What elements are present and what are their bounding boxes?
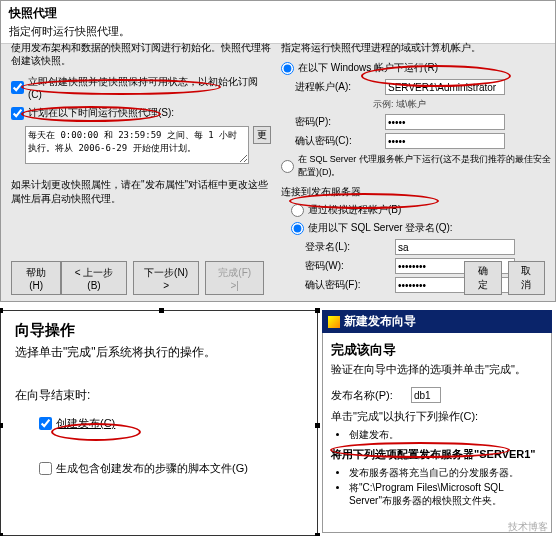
create-pub-checkbox[interactable] <box>39 417 52 430</box>
windows-account-radio[interactable] <box>281 62 294 75</box>
action-item-1: 创建发布。 <box>349 428 543 441</box>
create-pub-label: 创建发布(C) <box>56 416 115 431</box>
process-account-input[interactable] <box>385 79 505 95</box>
sqllogin-label: 使用以下 SQL Server 登录名(Q): <box>308 221 453 235</box>
login-label: 登录名(L): <box>305 240 395 254</box>
finish-button: 完成(F) >| <box>205 261 264 295</box>
password-input[interactable] <box>385 114 505 130</box>
actions-label: 单击"完成"以执行下列操作(C): <box>331 409 543 424</box>
login-input[interactable] <box>395 239 515 255</box>
account-hint: 示例: 域\帐户 <box>373 98 426 111</box>
dialog-subtitle: 指定何时运行快照代理。 <box>9 24 547 39</box>
next-button[interactable]: 下一步(N) > <box>133 261 199 295</box>
wizard-icon <box>328 316 340 328</box>
complete-title: 完成该向导 <box>331 341 543 359</box>
impersonate-radio[interactable] <box>291 204 304 217</box>
sqllogin-radio[interactable] <box>291 222 304 235</box>
schedule-textarea[interactable]: 每天在 0:00:00 和 23:59:59 之间、每 1 小时 执行。将从 2… <box>25 126 249 164</box>
gen-script-label: 生成包含创建发布的步骤的脚本文件(G) <box>56 461 248 476</box>
change-button[interactable]: 更 <box>253 126 271 144</box>
note-text: 如果计划更改快照属性，请在"发布属性"对话框中更改这些属性后再启动快照代理。 <box>11 178 271 206</box>
create-snapshot-label: 立即创建快照并使快照保持可用状态，以初始化订阅(C) <box>28 75 271 100</box>
ok-button[interactable]: 确定 <box>464 261 501 295</box>
wizard-end-label: 在向导结束时: <box>15 387 303 404</box>
wizard-titlebar-text: 新建发布向导 <box>344 313 416 330</box>
back-button[interactable]: < 上一步(B) <box>61 261 127 295</box>
process-account-label: 进程帐户(A): <box>295 80 385 94</box>
impersonate-label: 通过模拟进程帐户(B) <box>308 203 401 217</box>
create-snapshot-checkbox[interactable] <box>11 81 24 94</box>
confirm-password-input[interactable] <box>385 133 505 149</box>
sqlagent-label: 在 SQL Server 代理服务帐户下运行(这不是我们推荐的最佳安全配置)(D… <box>298 153 551 179</box>
config-label: 将用下列选项配置发布服务器"SERVER1" <box>331 447 543 462</box>
config-item-2: 将"C:\Program Files\Microsoft SQL Server"… <box>349 481 543 507</box>
schedule-label: 计划在以下时间运行快照代理(S): <box>28 106 174 120</box>
help-button[interactable]: 帮助(H) <box>11 261 61 295</box>
pub-name-label: 发布名称(P): <box>331 388 411 403</box>
right-header-text: 指定将运行快照代理进程的域或计算机帐户。 <box>281 41 551 55</box>
complete-sub: 验证在向导中选择的选项并单击"完成"。 <box>331 362 543 377</box>
dialog-title: 快照代理 <box>9 5 547 22</box>
connect-section-label: 连接到发布服务器 <box>281 185 551 199</box>
cancel-button[interactable]: 取消 <box>508 261 545 295</box>
windows-account-label: 在以下 Windows 帐户下运行(R) <box>298 61 438 75</box>
wizard-titlebar: 新建发布向导 <box>322 310 552 333</box>
pub-name-input[interactable] <box>411 387 441 403</box>
wizard-ops-title: 向导操作 <box>15 321 303 340</box>
wizard-ops-sub: 选择单击"完成"后系统将执行的操作。 <box>15 344 303 361</box>
sqlagent-radio[interactable] <box>281 160 294 173</box>
gen-script-checkbox[interactable] <box>39 462 52 475</box>
password-label: 密码(P): <box>295 115 385 129</box>
config-item-1: 发布服务器将充当自己的分发服务器。 <box>349 466 543 479</box>
description-text: 使用发布架构和数据的快照对订阅进行初始化。快照代理将创建该快照。 <box>11 41 271 67</box>
confirm-password-label: 确认密码(C): <box>295 134 385 148</box>
schedule-checkbox[interactable] <box>11 107 24 120</box>
